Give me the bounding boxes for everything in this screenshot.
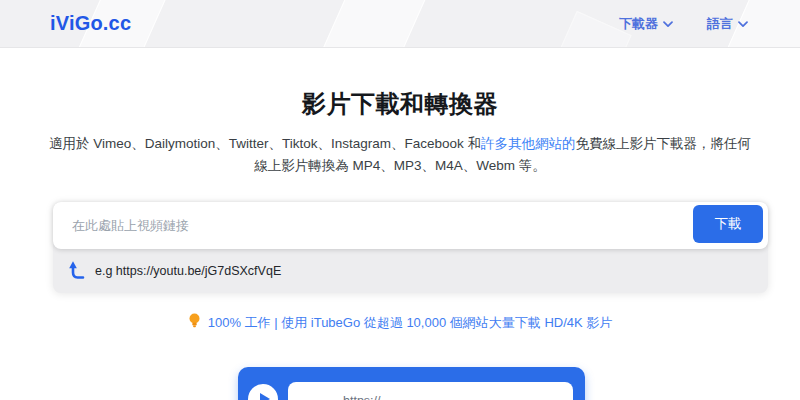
nav-language-label: 語言 (707, 15, 733, 33)
itubego-promo-link[interactable]: 100% 工作 | 使用 iTubeGo 從超過 10,000 個網站大量下載 … (208, 314, 613, 332)
description-text-before: 適用於 Vimeo、Dailymotion、Twitter、Tiktok、Ins… (49, 136, 481, 151)
lightbulb-icon (188, 313, 201, 332)
page-description: 適用於 Vimeo、Dailymotion、Twitter、Tiktok、Ins… (22, 133, 778, 177)
download-button[interactable]: 下載 (693, 205, 763, 243)
play-icon (248, 384, 278, 400)
header-decoration (318, 0, 431, 48)
video-url-input[interactable] (53, 202, 683, 249)
other-sites-link[interactable]: 許多其他網站的 (481, 136, 576, 151)
demo-animation-card: https:// (238, 367, 585, 400)
play-triangle-icon (260, 393, 270, 400)
nav-language-menu[interactable]: 語言 (707, 15, 748, 33)
demo-url-text: https:// (343, 394, 381, 400)
tip-row: 100% 工作 | 使用 iTubeGo 從超過 10,000 個網站大量下載 … (0, 313, 800, 332)
nav-downloaders-menu[interactable]: 下載器 (619, 15, 673, 33)
curved-up-arrow-icon (68, 259, 86, 284)
page-title: 影片下載和轉換器 (0, 88, 800, 120)
example-row: e.g https://youtu.be/jG7dSXcfVqE (53, 249, 768, 293)
header-nav: 下載器 語言 (619, 15, 748, 33)
chevron-down-icon (738, 16, 748, 31)
chevron-down-icon (663, 16, 673, 31)
header: iViGo.cc 下載器 語言 (0, 0, 800, 48)
demo-url-field: https:// (288, 382, 573, 400)
nav-downloaders-label: 下載器 (619, 15, 658, 33)
download-widget: 下載 e.g https://youtu.be/jG7dSXcfVqE (53, 202, 768, 293)
site-logo[interactable]: iViGo.cc (50, 12, 131, 35)
example-url-link[interactable]: e.g https://youtu.be/jG7dSXcfVqE (95, 264, 281, 278)
url-input-row: 下載 (53, 202, 768, 249)
